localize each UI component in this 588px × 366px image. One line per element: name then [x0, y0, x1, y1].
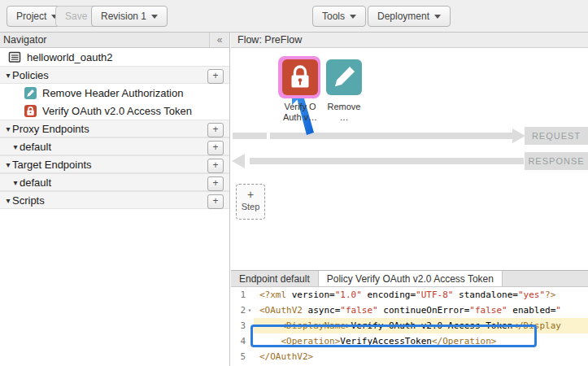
code-text: <DisplayName>Verify OAuth v2.0 Access To…: [254, 318, 588, 333]
plus-icon: +: [237, 187, 264, 202]
add-button[interactable]: +: [207, 176, 224, 191]
navigator-title: Navigator: [0, 34, 209, 46]
add-button[interactable]: +: [207, 194, 224, 209]
line-number: 3: [231, 318, 246, 333]
code-line: 5</OAuthV2>: [231, 349, 588, 364]
fold-gutter: [246, 349, 254, 364]
add-button[interactable]: +: [207, 159, 224, 173]
lock-icon: [282, 59, 318, 95]
tools-menu-button[interactable]: Tools: [312, 6, 366, 27]
lock-icon: [24, 105, 37, 117]
revision-menu-button[interactable]: Revision 1: [91, 6, 168, 27]
caret-down-icon: ▾: [4, 196, 12, 205]
line-number: 1: [231, 287, 246, 303]
flow-canvas: REQUEST RESPONSE + Step Verify OAuth v: [231, 48, 588, 270]
caret-down-icon: ▾: [11, 178, 20, 187]
request-arrowhead-icon: [512, 129, 525, 143]
code-editor-pane: Endpoint defaultPolicy Verify OAuth v2.0…: [231, 270, 588, 366]
toolbar: Project Save Revision 1 Tools Deployment: [0, 0, 588, 33]
navigator-tree: helloworld_oauth2▾+PoliciesRemove Header…: [0, 48, 229, 209]
flow-pane-title: Flow: PreFlow: [231, 33, 588, 48]
caret-down-icon: ▾: [4, 124, 12, 133]
caret-down-icon: ▾: [4, 160, 12, 169]
code-line: 1<?xml version="1.0" encoding="UTF-8" st…: [231, 287, 588, 303]
label: Proxy Endpoints: [12, 123, 89, 135]
deployment-menu-button[interactable]: Deployment: [368, 6, 451, 27]
label: Scripts: [12, 194, 45, 207]
code-text: <OAuthV2 async="false" continueOnError="…: [254, 303, 588, 318]
sidebar-item-verify-oauth-v2-0-access-token[interactable]: Verify OAuth v2.0 Access Token: [0, 102, 229, 120]
collapse-panel-icon[interactable]: «: [209, 33, 229, 47]
add-step-button[interactable]: + Step: [236, 184, 265, 220]
add-step-label: Step: [237, 202, 264, 211]
sidebar-section-proxy-endpoints[interactable]: ▾+Proxy Endpoints: [0, 120, 229, 137]
sidebar-item-remove-header-authorization[interactable]: Remove Header Authorization: [0, 84, 229, 102]
chevron-down-icon: [434, 15, 441, 19]
bundle-icon: [8, 50, 21, 63]
flow-policy-label: Remove…: [303, 102, 385, 123]
tab-policy-verify-oauth-v2-0-access-token[interactable]: Policy Verify OAuth v2.0 Access Token: [319, 271, 503, 286]
code-text: </OAuthV2>: [254, 349, 588, 364]
tab-endpoint-default[interactable]: Endpoint default: [231, 271, 319, 286]
flow-policy-lock[interactable]: [282, 59, 318, 95]
deployment-menu-label: Deployment: [377, 11, 429, 22]
response-band-bar: [250, 158, 524, 164]
label: default: [20, 141, 51, 153]
code-text: <?xml version="1.0" encoding="UTF-8" sta…: [254, 287, 588, 303]
label: default: [20, 176, 51, 189]
caret-down-icon: ▾: [11, 142, 20, 151]
line-number: 4: [231, 333, 246, 349]
flow-pane: Flow: PreFlow REQUEST RESPONSE + Step: [231, 33, 588, 270]
sidebar-section-default[interactable]: ▾+default: [0, 173, 229, 191]
code-line: 4 <Operation>VerifyAccessToken</Operatio…: [231, 333, 588, 349]
navigator-header: Navigator «: [0, 33, 229, 48]
label: Verify OAuth v2.0 Access Token: [42, 105, 192, 117]
editor-tab-bar: Endpoint defaultPolicy Verify OAuth v2.0…: [231, 271, 588, 287]
sidebar-item-helloworld-oauth2[interactable]: helloworld_oauth2: [0, 48, 229, 66]
sidebar-section-default[interactable]: ▾+default: [0, 137, 229, 155]
apigee-proxy-editor: Project Save Revision 1 Tools Deployment…: [0, 0, 588, 366]
caret-down-icon: ▾: [4, 71, 12, 80]
code-text: <Operation>VerifyAccessToken</Operation>: [254, 333, 588, 349]
request-band-label: REQUEST: [525, 127, 588, 145]
project-menu-label: Project: [16, 11, 46, 22]
response-arrowhead-icon: [232, 154, 245, 168]
add-button[interactable]: +: [207, 141, 224, 155]
navigator-panel: Navigator « helloworld_oauth2▾+PoliciesR…: [0, 33, 230, 366]
chevron-down-icon: [350, 15, 356, 19]
save-button-label: Save: [65, 11, 87, 22]
label: Target Endpoints: [12, 159, 92, 171]
line-number: 2: [231, 303, 246, 318]
label: Remove Header Authorization: [42, 87, 183, 99]
revision-menu-label: Revision 1: [101, 11, 146, 22]
fold-gutter: [246, 333, 254, 349]
fold-gutter: [246, 318, 254, 333]
label: Policies: [12, 69, 49, 81]
fold-caret-icon: ▾: [246, 303, 254, 318]
response-band-label: RESPONSE: [525, 152, 588, 170]
add-button[interactable]: +: [207, 69, 224, 84]
tools-menu-label: Tools: [322, 11, 345, 22]
pencil-icon: [24, 87, 37, 99]
add-button[interactable]: +: [207, 123, 224, 137]
request-band-stub: [233, 133, 267, 139]
label: helloworld_oauth2: [27, 51, 113, 63]
pencil-icon: [326, 59, 362, 95]
code-line: 3 <DisplayName>Verify OAuth v2.0 Access …: [231, 318, 588, 333]
xml-code-editor[interactable]: 1<?xml version="1.0" encoding="UTF-8" st…: [231, 287, 588, 366]
line-number: 5: [231, 349, 246, 364]
fold-gutter: [246, 287, 254, 303]
chevron-down-icon: [151, 15, 158, 19]
sidebar-section-policies[interactable]: ▾+Policies: [0, 66, 229, 84]
sidebar-section-scripts[interactable]: ▾+Scripts: [0, 191, 229, 209]
flow-policy-pencil[interactable]: [326, 59, 362, 95]
sidebar-section-target-endpoints[interactable]: ▾+Target Endpoints: [0, 155, 229, 173]
code-line: 2▾<OAuthV2 async="false" continueOnError…: [231, 303, 588, 318]
